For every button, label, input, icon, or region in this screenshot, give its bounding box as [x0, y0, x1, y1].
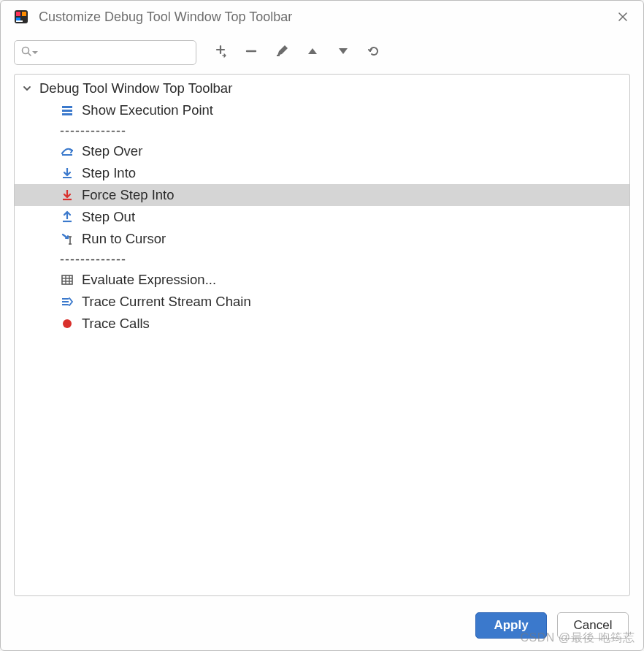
tree-separator[interactable]: ------------- [44, 250, 629, 269]
tree-item-label: Show Execution Point [82, 102, 213, 118]
triangle-down-icon [337, 45, 350, 61]
tree-separator[interactable]: ------------- [44, 121, 629, 140]
restore-icon [367, 44, 381, 61]
remove-icon [244, 44, 258, 61]
step-over-icon [60, 144, 74, 159]
tree-item[interactable]: Trace Current Stream Chain [15, 291, 629, 313]
tree-root-label: Debug Tool Window Top Toolbar [39, 80, 232, 96]
svg-rect-21 [62, 275, 72, 284]
evaluate-expression-icon [60, 273, 74, 287]
svg-rect-1 [16, 12, 20, 16]
tree-item[interactable]: Trace Calls [15, 313, 629, 335]
apply-label: Apply [494, 618, 528, 633]
tree-item[interactable]: Force Step Into [15, 184, 629, 206]
force-step-into-icon [60, 188, 74, 202]
tree-item[interactable]: Evaluate Expression... [15, 269, 629, 291]
intellij-app-icon [14, 9, 28, 24]
show-execution-point-icon [60, 103, 74, 118]
search-input[interactable] [41, 46, 190, 60]
tree-item-label: Force Step Into [82, 187, 174, 203]
tree-item[interactable]: Show Execution Point [15, 99, 629, 121]
move-up-button[interactable] [299, 39, 326, 66]
toolbar-row [1, 33, 643, 74]
trace-calls-icon [60, 316, 74, 331]
step-out-icon [60, 210, 74, 224]
dialog-window: Customize Debug Tool Window Top Toolbar [0, 0, 644, 651]
pencil-icon [275, 44, 289, 61]
dialog-title: Customize Debug Tool Window Top Toolbar [39, 9, 292, 25]
tree-item[interactable]: Step Over [15, 140, 629, 162]
search-icon [20, 45, 32, 60]
step-into-icon [60, 166, 74, 180]
chevron-down-icon[interactable] [19, 80, 35, 96]
svg-rect-8 [62, 106, 72, 108]
search-history-icon[interactable] [32, 50, 38, 56]
svg-rect-2 [22, 12, 26, 16]
tree-item-label: Trace Calls [82, 316, 150, 332]
add-icon [213, 44, 228, 61]
tree-item-label: Trace Current Stream Chain [82, 294, 251, 310]
tree-item-label: Evaluate Expression... [82, 272, 216, 288]
svg-rect-7 [277, 55, 280, 56]
edit-action-button[interactable] [268, 39, 296, 66]
triangle-up-icon [306, 45, 319, 61]
cancel-label: Cancel [574, 618, 613, 633]
dialog-footer: Apply Cancel [1, 605, 643, 650]
apply-button[interactable]: Apply [475, 612, 547, 639]
svg-line-6 [28, 53, 31, 56]
move-down-button[interactable] [329, 39, 357, 66]
tree-children: Show Execution Point-------------Step Ov… [15, 99, 629, 335]
restore-defaults-button[interactable] [360, 39, 388, 66]
tree-root[interactable]: Debug Tool Window Top Toolbar [15, 77, 629, 99]
title-bar: Customize Debug Tool Window Top Toolbar [1, 1, 643, 33]
tree-item[interactable]: Step Out [15, 206, 629, 228]
cancel-button[interactable]: Cancel [557, 612, 629, 639]
svg-rect-9 [62, 110, 72, 112]
tree-item-label: Step Into [82, 165, 136, 181]
remove-action-button[interactable] [237, 39, 265, 66]
tree-item-label: Step Over [82, 143, 142, 159]
actions-tree[interactable]: Debug Tool Window Top Toolbar Show Execu… [14, 74, 630, 596]
svg-point-29 [63, 319, 72, 328]
svg-rect-10 [62, 113, 72, 115]
trace-stream-icon [60, 294, 74, 309]
close-button[interactable] [613, 7, 633, 27]
tree-item[interactable]: Run to Cursor [15, 228, 629, 250]
svg-rect-4 [16, 20, 23, 22]
tree-item-label: Step Out [82, 209, 135, 225]
tree-item[interactable]: Step Into [15, 162, 629, 184]
add-action-button[interactable] [207, 39, 234, 66]
run-to-cursor-icon [60, 232, 74, 246]
tree-item-label: Run to Cursor [82, 231, 166, 247]
toolbar-buttons [204, 39, 388, 66]
search-field[interactable] [14, 40, 196, 65]
